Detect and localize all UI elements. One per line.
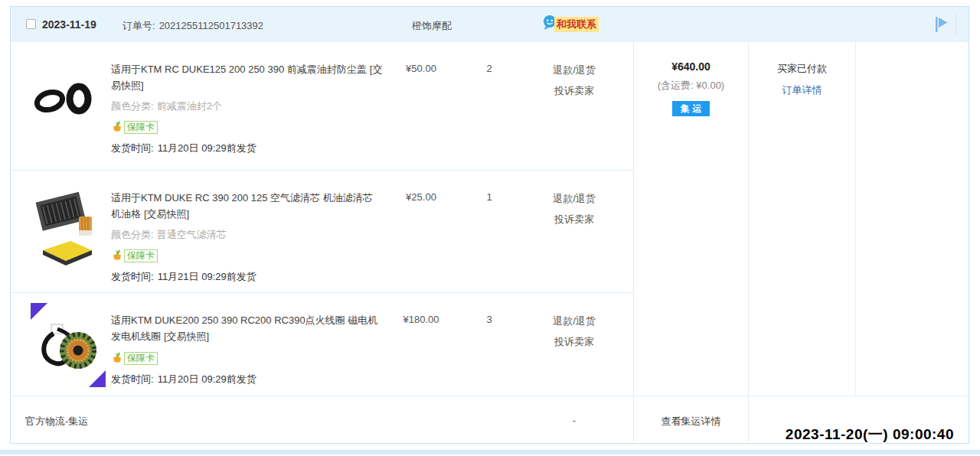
order-number-value: 2021255112501713392 <box>159 20 263 31</box>
quantity: 1 <box>470 191 508 203</box>
guarantee-badge-label: 保障卡 <box>124 249 158 262</box>
guarantee-badge: 保障卡 <box>111 120 385 134</box>
view-consolidation-link[interactable]: 查看集运详情 <box>634 415 748 428</box>
contact-seller-button[interactable]: 和我联系 <box>542 15 599 34</box>
row-actions: 退款/退货 投诉卖家 <box>528 188 620 230</box>
snapshot-link[interactable]: [交易快照] <box>144 208 189 220</box>
variant-value: 前减震油封2个 <box>157 100 222 112</box>
ship-time-label: 发货时间: <box>111 373 154 385</box>
guarantee-card-icon <box>111 248 123 264</box>
unit-price: ¥25.00 <box>378 191 464 203</box>
contact-seller-label: 和我联系 <box>554 17 599 32</box>
row-actions: 退款/退货 投诉卖家 <box>528 311 620 352</box>
status-column: 买家已付款 订单详情 <box>749 42 856 397</box>
guarantee-badge: 保障卡 <box>111 249 385 262</box>
ship-time: 发货时间:11月20日 09:29前发货 <box>111 373 385 386</box>
variant-value: 普通空气滤清芯 <box>157 229 227 240</box>
guarantee-badge: 保障卡 <box>111 351 385 365</box>
shipping-fee-note: (含运费: ¥0.00) <box>634 79 748 93</box>
product-variant: 颜色分类:普通空气滤清芯 <box>111 228 385 242</box>
tracking-placeholder: - <box>528 415 620 426</box>
row-actions: 退款/退货 投诉卖家 <box>528 60 620 101</box>
product-title-link[interactable]: 适用于KTM DUKE RC 390 200 125 空气滤清芯 机油滤清芯 机… <box>111 190 385 222</box>
complain-seller-link[interactable]: 投诉卖家 <box>528 209 620 230</box>
ship-time-label: 发货时间: <box>111 271 154 282</box>
footer-divider <box>748 396 749 443</box>
next-section-edge <box>0 450 980 454</box>
product-variant: 颜色分类:前减震油封2个 <box>111 99 385 113</box>
ship-time-value: 11月20日 09:29前发货 <box>158 373 256 385</box>
order-header: 2023-11-19 订单号:2021255112501713392 橙饰摩配 … <box>11 7 969 42</box>
order-checkbox[interactable] <box>26 19 36 29</box>
order-status: 买家已付款 <box>749 62 855 76</box>
unit-price: ¥180.00 <box>378 314 464 325</box>
ship-time: 发货时间:11月20日 09:29前发货 <box>111 142 385 155</box>
header-divider <box>956 13 956 36</box>
guarantee-badge-label: 保障卡 <box>124 352 158 365</box>
logistics-method: 官方物流-集运 <box>25 415 88 428</box>
extra-column <box>856 42 969 397</box>
product-row: 适用KTM DUKE200 250 390 RC200 RC390点火线圈 磁电… <box>11 293 633 397</box>
consolidation-tag: 集 运 <box>672 101 710 116</box>
product-image[interactable] <box>31 303 106 390</box>
guarantee-card-icon <box>111 350 123 366</box>
guarantee-badge-label: 保障卡 <box>124 121 158 134</box>
order-total: ¥640.00 <box>634 60 748 73</box>
shop-name-link[interactable]: 橙饰摩配 <box>412 19 452 33</box>
product-row: 适用于KTM RC DUKE125 200 250 390 前减震油封防尘盖[交… <box>11 42 633 171</box>
product-image[interactable] <box>31 189 100 270</box>
ship-time-label: 发货时间: <box>111 142 154 154</box>
product-info: 适用于KTM RC DUKE125 200 250 390 前减震油封防尘盖[交… <box>111 61 385 155</box>
product-title: 适用KTM DUKE200 250 390 RC200 RC390点火线圈 磁电… <box>111 314 377 342</box>
complain-seller-link[interactable]: 投诉卖家 <box>528 331 620 352</box>
order-list-page: 2023-11-19 订单号:2021255112501713392 橙饰摩配 … <box>0 0 980 456</box>
order-number-row: 订单号:2021255112501713392 <box>122 19 263 33</box>
unit-price: ¥50.00 <box>378 63 464 74</box>
product-info: 适用KTM DUKE200 250 390 RC200 RC390点火线圈 磁电… <box>111 312 385 386</box>
quantity: 2 <box>470 63 508 74</box>
quantity: 3 <box>470 314 508 325</box>
variant-label: 颜色分类: <box>111 100 154 112</box>
ship-time: 发货时间:11月21日 09:29前发货 <box>111 270 385 284</box>
ship-time-value: 11月21日 09:29前发货 <box>158 271 256 282</box>
product-image[interactable] <box>31 60 100 132</box>
product-title: 适用于KTM RC DUKE125 200 250 390 前减震油封防尘盖 <box>111 64 367 75</box>
product-title-link[interactable]: 适用KTM DUKE200 250 390 RC200 RC390点火线圈 磁电… <box>111 312 385 344</box>
guarantee-card-icon <box>111 119 123 135</box>
refund-link[interactable]: 退款/退货 <box>528 188 620 209</box>
order-detail-link[interactable]: 订单详情 <box>749 83 855 97</box>
product-row: 适用于KTM DUKE RC 390 200 125 空气滤清芯 机油滤清芯 机… <box>11 171 633 293</box>
amount-column: ¥640.00 (含运费: ¥0.00) 集 运 <box>634 42 749 397</box>
refund-link[interactable]: 退款/退货 <box>528 311 620 331</box>
order-card: 2023-11-19 订单号:2021255112501713392 橙饰摩配 … <box>10 6 969 444</box>
screen-timestamp-overlay: 2023-11-20(一) 09:00:40 <box>786 425 954 445</box>
variant-label: 颜色分类: <box>111 229 154 240</box>
snapshot-link[interactable]: [交易快照] <box>164 331 209 342</box>
product-info: 适用于KTM DUKE RC 390 200 125 空气滤清芯 机油滤清芯 机… <box>111 190 385 284</box>
products-column: 适用于KTM RC DUKE125 200 250 390 前减震油封防尘盖[交… <box>11 42 634 397</box>
order-number-label: 订单号: <box>122 20 155 31</box>
refund-link[interactable]: 退款/退货 <box>528 60 620 80</box>
flag-order-icon[interactable] <box>933 15 949 34</box>
product-title-link[interactable]: 适用于KTM RC DUKE125 200 250 390 前减震油封防尘盖[交… <box>111 61 385 93</box>
order-body: 适用于KTM RC DUKE125 200 250 390 前减震油封防尘盖[交… <box>11 42 969 397</box>
order-date: 2023-11-19 <box>42 18 96 31</box>
complain-seller-link[interactable]: 投诉卖家 <box>528 80 620 101</box>
ship-time-value: 11月20日 09:29前发货 <box>158 142 256 154</box>
